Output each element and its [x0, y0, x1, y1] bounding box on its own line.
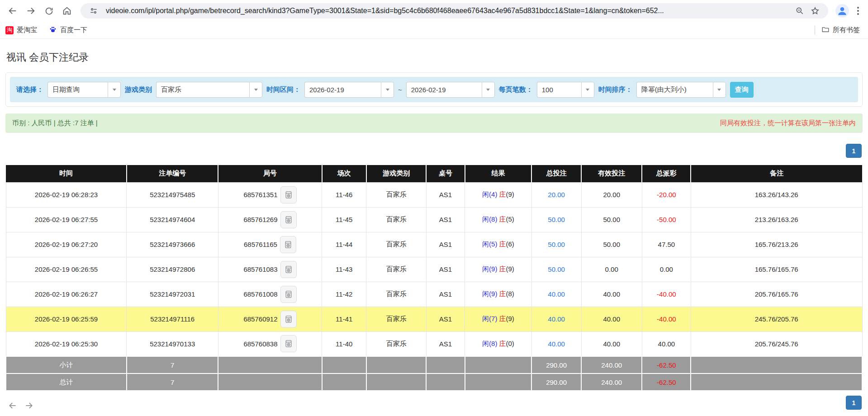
table-row: 2026-02-19 06:27:55 523214974604 6857612…	[6, 207, 862, 232]
video-replay-button[interactable]	[280, 236, 296, 253]
video-replay-button[interactable]	[280, 311, 297, 328]
round-id-text: 685761269	[243, 216, 277, 223]
result-banker-number: (6)	[506, 240, 514, 248]
cell-valid-bet: 50.00	[581, 207, 642, 232]
video-replay-button[interactable]	[280, 335, 297, 352]
sort-label: 时间排序：	[598, 85, 632, 94]
cell-bet-id: 523214972031	[127, 282, 218, 307]
cell-table-no: AS1	[426, 282, 465, 307]
game-type-input[interactable]	[156, 82, 249, 98]
table-row: 2026-02-19 06:27:20 523214973666 6857611…	[6, 232, 862, 257]
footer-forward-icon[interactable]	[24, 401, 33, 412]
video-replay-button[interactable]	[280, 261, 297, 278]
round-id-text: 685761351	[243, 191, 277, 199]
result-player-text: 闲(5)	[482, 240, 497, 248]
result-banker-text: 庄	[499, 240, 506, 248]
reload-icon[interactable]	[40, 2, 58, 20]
pagination-page-1-bottom[interactable]: 1	[846, 396, 862, 410]
cell-bet-id: 523214972806	[127, 257, 218, 282]
date-to-input[interactable]	[406, 82, 482, 98]
cell-session: 11-43	[322, 257, 366, 282]
site-settings-icon[interactable]	[86, 4, 101, 18]
total-bet-link[interactable]: 50.00	[548, 216, 565, 223]
cell-result: 闲(4)庄(9)	[465, 182, 532, 207]
date-from-input[interactable]	[304, 82, 381, 98]
query-type-input[interactable]	[47, 82, 108, 98]
url-bar[interactable]: videoie.com/ipl/portal.php/game/betrecor…	[81, 3, 828, 19]
game-type-select[interactable]	[156, 82, 262, 98]
pagination-page-1-top[interactable]: 1	[846, 144, 862, 158]
cell-round-id: 685760912	[218, 307, 322, 331]
profile-avatar-icon[interactable]	[835, 4, 849, 18]
cell-game-type: 百家乐	[366, 232, 427, 257]
filter-panel: 请选择： 游戏类别 时间区间： ~ 每页笔数：	[5, 72, 863, 107]
cell-bet-id: 523214971116	[127, 307, 218, 331]
valid-bet-notice-text: 同局有效投注，统一计算在该局第一张注单内	[720, 119, 856, 128]
cell-note: 213.26/163.26	[691, 207, 862, 232]
cell-round-id: 685760838	[218, 331, 322, 356]
total-bet-link[interactable]: 40.00	[548, 315, 565, 323]
date-to-picker[interactable]	[406, 82, 495, 98]
all-bookmarks-button[interactable]: 所有书签	[821, 25, 860, 35]
cell-round-id: 685761351	[218, 182, 322, 207]
total-bet-link[interactable]: 50.00	[548, 265, 565, 273]
header-note: 备注	[691, 165, 862, 182]
bookmark-star-icon[interactable]	[807, 4, 823, 18]
result-player-text: 闲(7)	[482, 315, 497, 322]
summary-notice-bar: 币别 : 人民币 | 总共 :7 注单 | 同局有效投注，统一计算在该局第一张注…	[5, 113, 863, 133]
back-icon[interactable]	[4, 2, 22, 20]
cell-result: 闲(5)庄(6)	[465, 232, 532, 257]
cell-session: 11-44	[322, 232, 366, 257]
result-banker-text: 庄	[499, 215, 506, 223]
sort-input[interactable]	[636, 82, 713, 98]
header-table-no: 桌号	[426, 165, 465, 182]
total-bet-link[interactable]: 40.00	[548, 290, 565, 298]
video-replay-button[interactable]	[280, 211, 297, 228]
video-replay-button[interactable]	[280, 186, 297, 203]
browser-menu-icon[interactable]	[852, 3, 864, 19]
page-size-select[interactable]	[537, 82, 594, 98]
home-icon[interactable]	[58, 2, 76, 20]
footer-back-icon[interactable]	[8, 401, 17, 412]
date-from-picker[interactable]	[304, 82, 394, 98]
cell-game-type: 百家乐	[366, 257, 427, 282]
page-size-input[interactable]	[537, 82, 581, 98]
result-player-text: 闲(8)	[482, 340, 497, 347]
cell-valid-bet: 50.00	[581, 232, 642, 257]
zoom-out-icon[interactable]	[792, 4, 807, 18]
search-button[interactable]: 查询	[730, 82, 754, 98]
cell-game-type: 百家乐	[366, 182, 427, 207]
total-bet-link[interactable]: 50.00	[548, 241, 565, 248]
cell-valid-bet: 40.00	[581, 307, 642, 331]
payout-cell: 40.00	[642, 331, 691, 356]
result-banker-number: (8)	[506, 290, 514, 298]
folder-icon	[821, 25, 830, 35]
chevron-down-icon[interactable]	[108, 82, 121, 98]
table-header-row: 时间 注单编号 局号 场次 游戏类别 桌号 结果 总投注 有效投注 总派彩 备注	[6, 165, 862, 182]
result-player-text: 闲(9)	[482, 290, 497, 298]
table-row: 2026-02-19 06:28:23 523214975485 6857613…	[6, 182, 862, 207]
table-row: 2026-02-19 06:25:30 523214970133 6857608…	[6, 331, 862, 356]
total-bet-link[interactable]: 20.00	[548, 191, 565, 199]
result-player-text: 闲(4)	[482, 190, 497, 198]
chevron-down-icon[interactable]	[482, 82, 495, 98]
header-valid-bet: 有效投注	[581, 165, 642, 182]
result-banker-text: 庄	[499, 315, 506, 322]
chevron-down-icon[interactable]	[381, 82, 394, 98]
forward-icon[interactable]	[22, 2, 40, 20]
bookmark-taobao[interactable]: 淘 爱淘宝	[5, 26, 37, 34]
round-id-text: 685761083	[243, 265, 277, 273]
cell-round-id: 685761083	[218, 257, 322, 282]
sort-select[interactable]	[636, 82, 726, 98]
cell-note: 165.76/165.76	[691, 257, 862, 282]
query-type-select[interactable]	[47, 82, 121, 98]
chevron-down-icon[interactable]	[249, 82, 262, 98]
total-label: 总计	[6, 373, 127, 391]
bet-records-table: 时间 注单编号 局号 场次 游戏类别 桌号 结果 总投注 有效投注 总派彩 备注…	[5, 165, 863, 391]
chevron-down-icon[interactable]	[581, 82, 594, 98]
result-banker-text: 庄	[499, 290, 506, 298]
chevron-down-icon[interactable]	[713, 82, 726, 98]
video-replay-button[interactable]	[280, 286, 297, 303]
total-bet-link[interactable]: 40.00	[548, 340, 565, 348]
bookmark-baidu[interactable]: 百度一下	[49, 25, 87, 35]
